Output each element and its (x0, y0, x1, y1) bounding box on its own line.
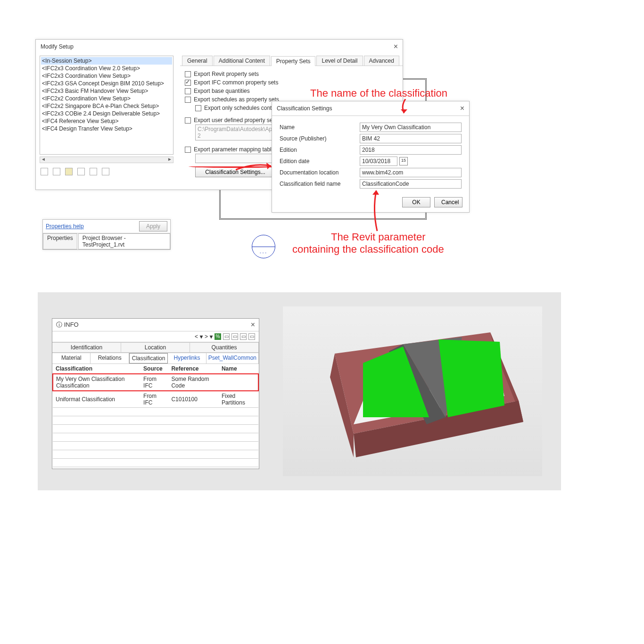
lbl-doc-loc: Documentation location (280, 169, 360, 176)
setup-list[interactable]: <In-Session Setup> <IFC2x3 Coordination … (40, 56, 173, 155)
lbl-export-schedules: Export schedules as property sets (194, 96, 279, 103)
lbl-source: Source (Publisher) (280, 135, 360, 142)
chk-export-base-qty[interactable] (185, 88, 191, 94)
annotation-param: The Revit parameter (331, 231, 426, 243)
col-name: Name (219, 364, 258, 374)
ok-button[interactable]: OK (402, 197, 430, 207)
subtab-psetwall[interactable]: Pset_WallCommon (206, 353, 259, 363)
cat-location[interactable]: Location (121, 343, 190, 352)
input-edition[interactable]: 2018 (360, 145, 462, 155)
nav-prev-icon[interactable]: ▾ (200, 333, 203, 340)
calendar-icon[interactable]: 15 (399, 157, 408, 165)
chk-export-user-psets[interactable] (185, 117, 191, 124)
nav-first-icon[interactable]: < (195, 333, 198, 340)
delete-setup-icon[interactable] (77, 168, 85, 175)
setup-item[interactable]: <IFC2x3 COBie 2.4 Design Deliverable Set… (41, 110, 172, 117)
col-classification: Classification (53, 364, 140, 374)
tab-properties[interactable]: Properties (43, 233, 77, 249)
svg-marker-2 (372, 190, 379, 195)
subtab-relations[interactable]: Relations (91, 353, 129, 363)
input-source[interactable]: BIM 42 (360, 134, 462, 143)
chk-export-ifc-common[interactable] (185, 80, 191, 86)
nav-next-icon[interactable]: > (205, 333, 208, 340)
box2-icon[interactable]: ▭ (231, 333, 238, 340)
modify-setup-titlebar: Modify Setup × (36, 40, 403, 54)
modify-setup-title: Modify Setup (41, 43, 74, 50)
red-arrow-down (398, 99, 413, 118)
setup-toolbar (36, 165, 177, 178)
col-reference: Reference (168, 364, 218, 374)
export-setup-icon[interactable] (102, 168, 109, 175)
red-arrow-up (368, 186, 387, 233)
property-tabs: General Additional Content Property Sets… (180, 56, 403, 66)
setup-item[interactable]: <In-Session Setup> (41, 57, 172, 65)
annotation-name: The name of the classification (310, 87, 447, 99)
cat-quantities[interactable]: Quantities (190, 343, 259, 352)
annotation-param-2: containing the classification code (292, 243, 444, 256)
setup-item[interactable]: <IFC2x3 Coordination View Setup> (41, 72, 172, 80)
tab-additional-content[interactable]: Additional Content (214, 56, 270, 66)
nav-last-icon[interactable]: ▾ (210, 333, 213, 340)
compass-icon: - - - (252, 235, 275, 258)
link-icon[interactable]: % (215, 333, 221, 340)
chk-export-only-sched[interactable] (195, 105, 201, 111)
horizontal-scrollbar[interactable] (40, 157, 173, 163)
lbl-export-ifc-common: Export IFC common property sets (194, 79, 278, 86)
info-title: ⓘ INFO (56, 321, 79, 329)
close-icon[interactable]: × (460, 104, 464, 113)
new-setup-icon[interactable] (41, 168, 48, 175)
properties-panel-bottom: Properties help Apply Properties Project… (42, 219, 171, 250)
bottom-panel: ⓘ INFO × < ▾ > ▾ % ▭ ▭ ▭ ▭ Identificatio… (38, 292, 561, 490)
tab-advanced[interactable]: Advanced (364, 56, 399, 66)
lbl-export-param-map: Export parameter mapping table (194, 146, 274, 153)
cancel-button[interactable]: Cancel (434, 197, 462, 207)
subtab-material[interactable]: Material (52, 353, 91, 363)
properties-help-link[interactable]: Properties help (46, 223, 84, 230)
tab-property-sets[interactable]: Property Sets (271, 56, 316, 66)
rename-setup-icon[interactable] (65, 168, 73, 175)
input-edition-date[interactable]: 10/03/2018 (360, 157, 397, 166)
close-icon[interactable]: × (251, 321, 255, 329)
3d-viewport[interactable] (283, 306, 542, 476)
info-window: ⓘ INFO × < ▾ > ▾ % ▭ ▭ ▭ ▭ Identificatio… (52, 318, 259, 469)
setup-item[interactable]: <IFC4 Reference View Setup> (41, 117, 172, 125)
tab-project-browser[interactable]: Project Browser - TestProject_1.rvt (78, 233, 170, 249)
cat-identification[interactable]: Identification (52, 343, 121, 352)
svg-marker-11 (438, 339, 504, 417)
svg-marker-1 (401, 109, 407, 113)
chk-export-revit-psets[interactable] (185, 71, 191, 77)
apply-button[interactable]: Apply (139, 221, 167, 231)
setup-item[interactable]: <IFC2x2 Singapore BCA e-Plan Check Setup… (41, 102, 172, 110)
info-category-row: Identification Location Quantities (52, 342, 259, 353)
chk-export-schedules[interactable] (185, 97, 191, 103)
box4-icon[interactable]: ▭ (248, 333, 255, 340)
classification-settings-title: Classification Settings (277, 105, 332, 112)
setup-item[interactable]: <IFC4 Design Transfer View Setup> (41, 125, 172, 132)
lbl-cfn: Classification field name (280, 181, 360, 187)
box1-icon[interactable]: ▭ (223, 333, 230, 340)
copy-setup-icon[interactable] (53, 168, 60, 175)
lbl-export-base-qty: Export base quantities (194, 88, 250, 94)
subtab-classification[interactable]: Classification (129, 353, 168, 363)
lbl-export-revit-psets: Export Revit property sets (194, 71, 259, 77)
3d-model (283, 306, 542, 476)
setup-item[interactable]: <IFC2x3 Basic FM Handover View Setup> (41, 87, 172, 95)
close-icon[interactable]: × (394, 42, 398, 51)
import-setup-icon[interactable] (90, 168, 97, 175)
tab-lod[interactable]: Level of Detail (316, 56, 363, 66)
table-row[interactable]: My Very Own Classification Classificatio… (53, 374, 258, 391)
lbl-name: Name (280, 124, 360, 131)
input-name[interactable]: My Very Own Classification (360, 123, 462, 132)
lbl-edition: Edition (280, 147, 360, 153)
table-row[interactable]: Uniformat Classification From IFC C10101… (53, 391, 258, 408)
subtab-hyperlinks[interactable]: Hyperlinks (168, 353, 206, 363)
setup-item[interactable]: <IFC2x2 Coordination View Setup> (41, 95, 172, 102)
chk-export-param-map[interactable] (185, 147, 191, 153)
input-doc-loc[interactable]: www.bim42.com (360, 168, 462, 177)
setup-item[interactable]: <IFC2x3 Coordination View 2.0 Setup> (41, 65, 172, 72)
lbl-edition-date: Edition date (280, 158, 360, 165)
tab-general[interactable]: General (182, 56, 213, 66)
classification-table: Classification Source Reference Name My … (52, 364, 259, 467)
box3-icon[interactable]: ▭ (240, 333, 247, 340)
setup-item[interactable]: <IFC2x3 GSA Concept Design BIM 2010 Setu… (41, 80, 172, 87)
